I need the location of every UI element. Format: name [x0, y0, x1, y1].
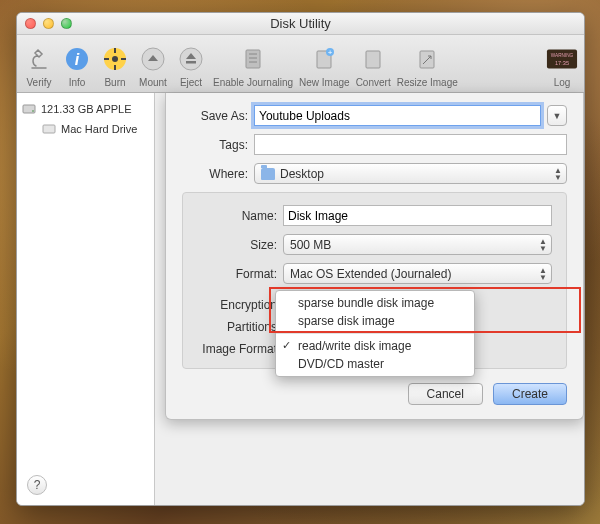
disk-utility-window: Disk Utility Verify i Info Burn Mount Ej…	[16, 12, 585, 506]
sidebar-volume-row[interactable]: Mac Hard Drive	[17, 119, 154, 139]
help-icon: ?	[34, 478, 41, 492]
cancel-button[interactable]: Cancel	[408, 383, 483, 405]
toolbar-info-label: Info	[69, 77, 86, 88]
sidebar-volume-label: Mac Hard Drive	[61, 123, 137, 135]
volume-icon	[41, 121, 57, 137]
format-label: Format:	[197, 267, 283, 281]
encryption-label: Encryption	[197, 298, 283, 312]
toolbar-journal[interactable]: Enable Journaling	[213, 43, 293, 88]
popup-arrows-icon: ▲▼	[554, 167, 562, 181]
where-popup[interactable]: Desktop ▲▼	[254, 163, 567, 184]
microscope-icon	[23, 43, 55, 75]
toolbar-eject[interactable]: Eject	[175, 43, 207, 88]
svg-rect-11	[246, 50, 260, 68]
toolbar-resize-label: Resize Image	[397, 77, 458, 88]
menu-item[interactable]: ✓read/write disk image	[276, 337, 474, 355]
format-popup[interactable]: Mac OS Extended (Journaled)▲▼	[283, 263, 552, 284]
svg-rect-18	[366, 51, 380, 68]
hard-disk-icon	[21, 101, 37, 117]
image-format-label: Image Format	[197, 342, 283, 356]
size-value: 500 MB	[290, 238, 331, 252]
svg-text:+: +	[328, 48, 333, 57]
where-value: Desktop	[280, 167, 324, 181]
popup-arrows-icon: ▲▼	[539, 267, 547, 281]
burn-icon	[99, 43, 131, 75]
toolbar-mount[interactable]: Mount	[137, 43, 169, 88]
size-label: Size:	[197, 238, 283, 252]
convert-icon	[357, 43, 389, 75]
svg-text:i: i	[75, 51, 80, 68]
journal-icon	[237, 43, 269, 75]
svg-rect-10	[186, 61, 196, 64]
toolbar-verify[interactable]: Verify	[23, 43, 55, 88]
tags-input[interactable]	[254, 134, 567, 155]
window-title: Disk Utility	[17, 16, 584, 31]
toolbar-burn-label: Burn	[104, 77, 125, 88]
checkmark-icon: ✓	[282, 339, 291, 352]
name-label: Name:	[197, 209, 283, 223]
toolbar: Verify i Info Burn Mount Eject Enable Jo…	[17, 35, 584, 93]
menu-item[interactable]: sparse bundle disk image	[276, 294, 474, 312]
menu-item[interactable]: sparse disk image	[276, 312, 474, 330]
svg-point-24	[32, 110, 34, 112]
titlebar: Disk Utility	[17, 13, 584, 35]
svg-rect-25	[43, 125, 55, 133]
sidebar-disk-label: 121.33 GB APPLE	[41, 103, 132, 115]
eject-icon	[175, 43, 207, 75]
disclosure-button[interactable]: ▼	[547, 105, 567, 126]
popup-arrows-icon: ▲▼	[539, 238, 547, 252]
save-as-label: Save As:	[182, 109, 254, 123]
toolbar-convert-label: Convert	[356, 77, 391, 88]
svg-text:WARNING: WARNING	[551, 53, 574, 58]
where-label: Where:	[182, 167, 254, 181]
toolbar-journal-label: Enable Journaling	[213, 77, 293, 88]
mount-icon	[137, 43, 169, 75]
toolbar-burn[interactable]: Burn	[99, 43, 131, 88]
log-icon: WARNING17:35	[546, 43, 578, 75]
toolbar-new-image-label: New Image	[299, 77, 350, 88]
toolbar-info[interactable]: i Info	[61, 43, 93, 88]
partitions-label: Partitions	[197, 320, 283, 334]
resize-icon	[411, 43, 443, 75]
toolbar-eject-label: Eject	[180, 77, 202, 88]
toolbar-new-image[interactable]: + New Image	[299, 43, 350, 88]
sidebar: 121.33 GB APPLE Mac Hard Drive	[17, 93, 155, 505]
info-icon: i	[61, 43, 93, 75]
save-as-input[interactable]	[254, 105, 541, 126]
folder-icon	[261, 168, 275, 180]
toolbar-resize[interactable]: Resize Image	[397, 43, 458, 88]
menu-separator	[276, 333, 474, 334]
toolbar-log-label: Log	[554, 77, 571, 88]
svg-point-3	[112, 56, 118, 62]
sidebar-disk-row[interactable]: 121.33 GB APPLE	[17, 99, 154, 119]
create-button[interactable]: Create	[493, 383, 567, 405]
name-input[interactable]	[283, 205, 552, 226]
tags-label: Tags:	[182, 138, 254, 152]
format-value: Mac OS Extended (Journaled)	[290, 267, 451, 281]
help-button[interactable]: ?	[27, 475, 47, 495]
image-format-menu: sparse bundle disk image sparse disk ima…	[275, 290, 475, 377]
toolbar-mount-label: Mount	[139, 77, 167, 88]
toolbar-log[interactable]: WARNING17:35 Log	[546, 43, 578, 88]
new-image-icon: +	[308, 43, 340, 75]
toolbar-verify-label: Verify	[26, 77, 51, 88]
toolbar-convert[interactable]: Convert	[356, 43, 391, 88]
size-popup[interactable]: 500 MB▲▼	[283, 234, 552, 255]
svg-text:17:35: 17:35	[555, 60, 569, 66]
menu-item[interactable]: DVD/CD master	[276, 355, 474, 373]
